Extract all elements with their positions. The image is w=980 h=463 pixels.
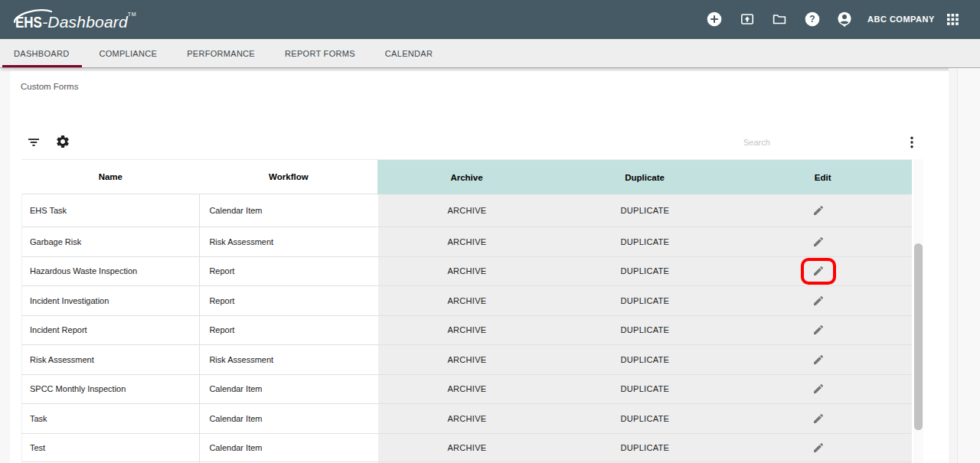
archive-button[interactable]: ARCHIVE: [378, 434, 556, 461]
name-cell: SPCC Monthly Inspection: [22, 375, 200, 404]
content-card: Custom Forms Search NameWorkflowArchiveD…: [10, 71, 949, 463]
archive-button[interactable]: ARCHIVE: [378, 345, 556, 374]
duplicate-button[interactable]: DUPLICATE: [556, 345, 733, 374]
gear-icon[interactable]: [55, 134, 70, 149]
help-icon[interactable]: ?: [805, 11, 820, 27]
workflow-cell: Calendar Item: [200, 375, 377, 404]
edit-pencil-icon: [812, 383, 825, 395]
edit-button[interactable]: [812, 383, 825, 395]
edit-cell: [734, 404, 912, 433]
duplicate-button[interactable]: DUPLICATE: [556, 375, 733, 404]
edit-pencil-icon: [812, 204, 825, 217]
edit-cell: [734, 316, 912, 345]
add-icon[interactable]: [707, 11, 722, 27]
tab-performance[interactable]: PERFORMANCE: [179, 39, 263, 67]
edit-button[interactable]: [812, 204, 825, 217]
name-cell: Garbage Risk: [22, 227, 200, 256]
edit-pencil-icon: [812, 354, 825, 366]
name-cell: EHS Task: [22, 194, 200, 227]
edit-button[interactable]: [812, 412, 825, 425]
filter-icon[interactable]: [27, 135, 41, 149]
section-title: Custom Forms: [21, 82, 78, 91]
table-scrollbar-track[interactable]: [913, 159, 923, 463]
table-row: Garbage RiskRisk AssessmentARCHIVEDUPLIC…: [21, 227, 912, 257]
duplicate-button[interactable]: DUPLICATE: [556, 227, 733, 256]
table-row: EHS TaskCalendar ItemARCHIVEDUPLICATE: [21, 194, 912, 227]
edit-button[interactable]: [812, 354, 825, 366]
duplicate-button[interactable]: DUPLICATE: [556, 194, 733, 227]
page-scrollbar-track[interactable]: [958, 68, 980, 463]
edit-cell: [734, 345, 912, 374]
workflow-cell: Report: [200, 257, 377, 286]
name-cell: Incident Report: [22, 316, 200, 345]
archive-button[interactable]: ARCHIVE: [378, 286, 556, 315]
search-input[interactable]: Search: [743, 138, 770, 147]
edit-button[interactable]: [812, 442, 825, 454]
workflow-cell: Report: [200, 286, 377, 315]
duplicate-button[interactable]: DUPLICATE: [556, 257, 733, 286]
edit-pencil-icon: [812, 295, 825, 307]
archive-button[interactable]: ARCHIVE: [378, 227, 556, 256]
name-cell: Incident Investigation: [22, 286, 200, 315]
tab-bar: DASHBOARDCOMPLIANCEPERFORMANCEREPORT FOR…: [0, 39, 980, 68]
page-right-gap: [949, 68, 957, 463]
table-header-row: NameWorkflowArchiveDuplicateEdit: [21, 160, 912, 194]
edit-button[interactable]: [812, 236, 825, 248]
name-cell: Test: [22, 434, 200, 461]
tab-report-forms[interactable]: REPORT FORMS: [277, 39, 363, 67]
edit-cell: [734, 434, 912, 461]
table-row: Risk AssessmentRisk AssessmentARCHIVEDUP…: [21, 345, 912, 375]
column-header-name: Name: [21, 160, 200, 194]
archive-button[interactable]: ARCHIVE: [378, 404, 556, 433]
edit-pencil-icon: [812, 412, 825, 425]
workflow-cell: Calendar Item: [200, 434, 377, 461]
archive-button[interactable]: ARCHIVE: [378, 194, 556, 227]
apps-grid-icon[interactable]: [947, 14, 959, 25]
logo-dashboard: -Dashboard: [42, 13, 128, 31]
logo-ehs: EHS: [15, 14, 42, 31]
edit-button[interactable]: [812, 324, 825, 336]
account-icon[interactable]: [837, 11, 852, 27]
table-row: TaskCalendar ItemARCHIVEDUPLICATE: [21, 404, 912, 434]
name-cell: Risk Assessment: [22, 345, 200, 374]
logo-text: EHS-DashboardTM: [15, 11, 136, 31]
edit-pencil-icon: [812, 265, 825, 277]
edit-button[interactable]: [812, 265, 825, 277]
duplicate-button[interactable]: DUPLICATE: [556, 434, 733, 461]
custom-forms-table: NameWorkflowArchiveDuplicateEditEHS Task…: [21, 159, 912, 463]
column-header-workflow: Workflow: [200, 160, 378, 194]
archive-button[interactable]: ARCHIVE: [378, 257, 556, 286]
archive-button[interactable]: ARCHIVE: [378, 316, 556, 345]
edit-cell: [734, 257, 912, 286]
edit-cell: [734, 194, 912, 227]
table-row: Incident ReportReportARCHIVEDUPLICATE: [21, 316, 912, 346]
table-row: Hazardous Waste InspectionReportARCHIVED…: [21, 257, 912, 287]
svg-text:?: ?: [809, 14, 815, 24]
name-cell: Hazardous Waste Inspection: [22, 257, 200, 286]
workflow-cell: Risk Assessment: [200, 345, 377, 374]
tab-calendar[interactable]: CALENDAR: [377, 39, 440, 67]
duplicate-button[interactable]: DUPLICATE: [556, 404, 733, 433]
column-header-duplicate: Duplicate: [556, 160, 734, 194]
company-name[interactable]: ABC COMPANY: [867, 15, 935, 24]
tab-dashboard[interactable]: DASHBOARD: [6, 39, 77, 67]
tab-compliance[interactable]: COMPLIANCE: [91, 39, 165, 67]
duplicate-button[interactable]: DUPLICATE: [556, 316, 733, 345]
archive-button[interactable]: ARCHIVE: [378, 375, 556, 404]
table-row: TestCalendar ItemARCHIVEDUPLICATE: [21, 434, 912, 462]
edit-cell: [734, 227, 912, 256]
column-header-edit: Edit: [733, 160, 912, 194]
table-row: Incident InvestigationReportARCHIVEDUPLI…: [21, 286, 912, 316]
folder-icon[interactable]: [772, 11, 787, 27]
edit-pencil-icon: [812, 324, 825, 336]
duplicate-button[interactable]: DUPLICATE: [556, 286, 733, 315]
workflow-cell: Risk Assessment: [200, 227, 377, 256]
column-header-archive: Archive: [377, 160, 556, 194]
more-options-icon[interactable]: [906, 135, 917, 149]
upload-icon[interactable]: [740, 11, 755, 27]
edit-button[interactable]: [812, 295, 825, 307]
workflow-cell: Report: [200, 316, 377, 345]
table-scrollbar-thumb[interactable]: [914, 243, 923, 430]
logo-trademark: TM: [128, 11, 136, 17]
table-row: SPCC Monthly InspectionCalendar ItemARCH…: [21, 375, 912, 405]
